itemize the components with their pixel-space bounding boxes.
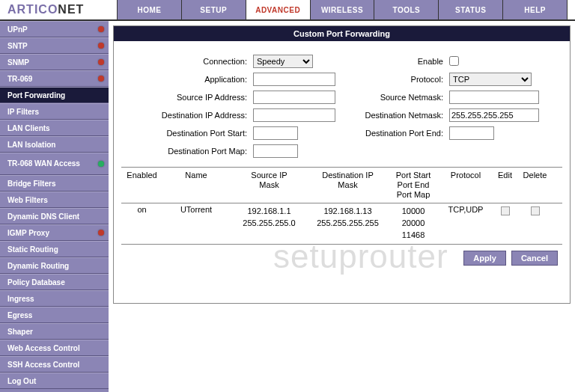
src-ip-input[interactable] <box>253 91 335 104</box>
status-dot-icon <box>98 230 104 236</box>
cell-enabled: on <box>121 205 162 214</box>
enable-checkbox[interactable] <box>449 56 459 66</box>
th-ports: Port StartPort EndPort Map <box>387 171 439 200</box>
topnav-help[interactable]: HELP <box>503 0 568 19</box>
src-mask-input[interactable] <box>449 91 539 104</box>
sidebar-item-igmp-proxy[interactable]: IGMP Proxy <box>0 224 109 241</box>
nav-spacer <box>568 0 575 19</box>
th-edit: Edit <box>492 171 518 200</box>
sidebar-item-snmp[interactable]: SNMP <box>0 54 109 70</box>
sidebar-item-lan-isolation[interactable]: LAN Isolation <box>0 136 109 153</box>
port-map-label: Destination Port Map: <box>121 147 249 156</box>
edit-checkbox[interactable] <box>501 206 510 215</box>
port-map-input[interactable] <box>253 144 298 158</box>
topnav-home[interactable]: HOME <box>118 0 182 19</box>
sidebar-item-bridge-filters[interactable]: Bridge Filters <box>0 175 109 192</box>
logo-part1: ARTICO <box>7 3 58 16</box>
th-enabled: Enabled <box>121 171 162 200</box>
dst-mask-label: Destination Netmask: <box>340 111 445 120</box>
sidebar-item-egress[interactable]: Egress <box>0 307 109 323</box>
table-header: Enabled Name Source IPMask Destination I… <box>121 167 562 203</box>
dst-ip-input[interactable] <box>253 108 335 122</box>
th-protocol: Protocol <box>439 171 492 200</box>
th-dstmask: Destination IPMask <box>308 171 387 200</box>
sidebar-item-shaper[interactable]: Shaper <box>0 323 109 340</box>
sidebar-item-port-forwarding[interactable]: Port Forwarding <box>0 87 109 103</box>
logo: ARTICONET <box>0 0 118 19</box>
cell-dst: 192.168.1.13255.255.255.255 <box>308 205 387 229</box>
port-end-input[interactable] <box>449 126 494 140</box>
panel-body: Connection: Speedy Enable Application: P… <box>114 41 570 303</box>
sidebar-item-web-filters[interactable]: Web Filters <box>0 192 109 208</box>
table-row: on UTorrent 192.168.1.1255.255.255.0 192… <box>121 203 562 242</box>
form-grid: Connection: Speedy Enable Application: P… <box>121 55 562 158</box>
panel-title: Custom Port Forwarding <box>114 26 570 41</box>
button-row: Apply Cancel <box>121 245 562 267</box>
sidebar-item-tr-069[interactable]: TR-069 <box>0 70 109 87</box>
status-dot-icon <box>98 43 104 49</box>
status-dot-icon <box>98 76 104 82</box>
connection-label: Connection: <box>121 57 249 66</box>
topnav-wireless[interactable]: WIRELESS <box>311 0 375 19</box>
sidebar-item-dynamic-routing[interactable]: Dynamic Routing <box>0 257 109 274</box>
sidebar-item-ssh-access-control[interactable]: SSH Access Control <box>0 356 109 373</box>
topnav-tools[interactable]: TOOLS <box>374 0 439 19</box>
status-dot-icon <box>98 161 104 167</box>
src-ip-label: Source IP Address: <box>121 93 249 102</box>
sidebar-item-static-routing[interactable]: Static Routing <box>0 241 109 257</box>
cell-name: UTorrent <box>162 205 230 214</box>
status-dot-icon <box>98 26 104 32</box>
sidebar: UPnPSNTPSNMPTR-069Port ForwardingIP Filt… <box>0 21 109 392</box>
sidebar-item-upnp[interactable]: UPnP <box>0 21 109 37</box>
logo-part2: NET <box>58 3 84 16</box>
topnav-status[interactable]: STATUS <box>439 0 503 19</box>
connection-select[interactable]: Speedy <box>253 55 313 68</box>
content-area: Custom Port Forwarding Connection: Speed… <box>109 21 575 392</box>
topnav-advanced[interactable]: ADVANCED <box>246 0 311 19</box>
enable-label: Enable <box>340 57 445 66</box>
sidebar-item-tr-068-wan-access[interactable]: TR-068 WAN Access <box>0 153 109 175</box>
dst-ip-label: Destination IP Address: <box>121 111 249 120</box>
port-end-label: Destination Port End: <box>340 129 445 138</box>
cell-src: 192.168.1.1255.255.255.0 <box>230 205 308 229</box>
sidebar-item-sntp[interactable]: SNTP <box>0 37 109 54</box>
protocol-label: Protocol: <box>340 75 445 84</box>
status-dot-icon <box>98 59 104 65</box>
dst-mask-input[interactable] <box>449 108 539 122</box>
sidebar-item-dynamic-dns-client[interactable]: Dynamic DNS Client <box>0 208 109 224</box>
sidebar-item-log-out[interactable]: Log Out <box>0 373 109 389</box>
sidebar-item-ingress[interactable]: Ingress <box>0 290 109 307</box>
protocol-select[interactable]: TCP <box>449 73 532 86</box>
th-delete: Delete <box>518 171 552 200</box>
top-nav: HOMESETUPADVANCEDWIRELESSTOOLSSTATUSHELP <box>118 0 568 19</box>
sidebar-item-ip-filters[interactable]: IP Filters <box>0 103 109 120</box>
cancel-button[interactable]: Cancel <box>511 251 558 266</box>
port-start-input[interactable] <box>253 126 298 140</box>
port-start-label: Destination Port Start: <box>121 129 249 138</box>
sidebar-item-policy-database[interactable]: Policy Database <box>0 274 109 290</box>
panel: Custom Port Forwarding Connection: Speed… <box>113 25 571 304</box>
cell-protocol: TCP,UDP <box>439 205 492 214</box>
apply-button[interactable]: Apply <box>463 251 506 266</box>
th-srcmask: Source IPMask <box>230 171 308 200</box>
delete-checkbox[interactable] <box>531 206 540 215</box>
application-label: Application: <box>121 75 249 84</box>
topnav-setup[interactable]: SETUP <box>182 0 246 19</box>
sidebar-item-web-access-control[interactable]: Web Access Control <box>0 340 109 356</box>
sidebar-item-lan-clients[interactable]: LAN Clients <box>0 120 109 136</box>
src-mask-label: Source Netmask: <box>340 93 445 102</box>
th-name: Name <box>162 171 230 200</box>
application-input[interactable] <box>253 73 335 86</box>
cell-ports: 100002000011468 <box>387 205 439 241</box>
